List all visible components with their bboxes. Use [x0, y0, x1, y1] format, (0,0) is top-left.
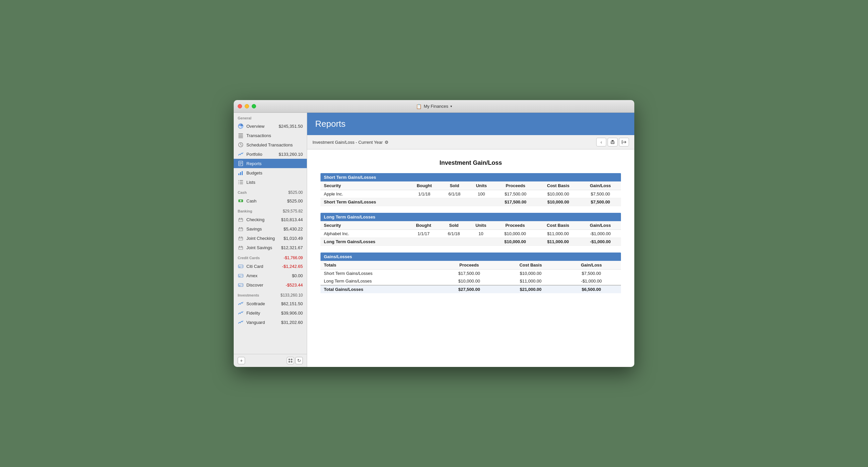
traffic-lights: [238, 104, 256, 108]
report-body: Investment Gain/Loss Short Term Gains/Lo…: [307, 149, 634, 367]
svg-rect-17: [238, 182, 239, 182]
joint-checking-label: Joint Checking: [246, 236, 281, 241]
sidebar-item-scottrade[interactable]: Scottrade $62,151.50: [234, 299, 307, 308]
sidebar-item-vanguard[interactable]: Vanguard $31,202.60: [234, 318, 307, 327]
sum-short-label: Short Term Gains/Losses: [320, 269, 439, 277]
report-settings-icon[interactable]: ⚙: [384, 140, 389, 145]
short-term-table: Security Bought Sold Units Proceeds Cost…: [320, 181, 621, 206]
sidebar-item-reports[interactable]: Reports: [234, 159, 307, 168]
sum-col-cost: Cost Basis: [499, 261, 561, 269]
cash-label: Cash: [246, 198, 284, 203]
zoom-button[interactable]: [252, 104, 256, 108]
cell-cost-lt: $11,000.00: [536, 230, 580, 238]
refresh-button[interactable]: ↻: [296, 357, 303, 364]
overview-amount: $245,351.50: [279, 124, 303, 129]
col-proceeds: Proceeds: [494, 181, 536, 190]
sum-col-gain: Gain/Loss: [562, 261, 621, 269]
sidebar-item-portfolio[interactable]: Portfolio $133,260.10: [234, 149, 307, 159]
sum-col-proceeds: Proceeds: [439, 261, 499, 269]
total-cost: $21,000.00: [499, 285, 561, 293]
title-text: My Finances: [424, 104, 448, 109]
scheduled-label: Scheduled Transactions: [246, 142, 300, 147]
transactions-icon: [238, 132, 244, 138]
cell-sold-lt: 6/1/18: [440, 230, 468, 238]
lists-label: Lists: [246, 180, 300, 185]
sidebar-item-checking[interactable]: Checking $10,813.44: [234, 215, 307, 224]
general-label: General: [238, 116, 251, 120]
table-row: Alphabet Inc. 1/1/17 6/1/18 10 $10,000.0…: [320, 230, 621, 238]
sidebar-item-cash[interactable]: Cash $525.00: [234, 196, 307, 205]
lt-subtotal-gain: -$1,000.00: [580, 238, 621, 246]
citi-icon: [238, 263, 244, 269]
banking-section-amount: $29,575.82: [283, 209, 303, 213]
sidebar-item-joint-savings[interactable]: Joint Savings $12,321.67: [234, 243, 307, 252]
svg-rect-15: [238, 180, 239, 181]
discover-icon: [238, 282, 244, 288]
sidebar-item-fidelity[interactable]: Fidelity $39,906.00: [234, 308, 307, 318]
fidelity-amount: $39,906.00: [281, 310, 303, 315]
budgets-label: Budgets: [246, 170, 300, 175]
col-units: Units: [468, 181, 494, 190]
col-cost-basis: Cost Basis: [536, 181, 580, 190]
sidebar-item-lists[interactable]: Lists: [234, 177, 307, 187]
short-term-subtotal: Short Term Gains/Losses $17,500.00 $10,0…: [320, 198, 621, 206]
vanguard-icon: [238, 319, 244, 325]
cash-icon: [238, 198, 244, 204]
svg-rect-41: [239, 267, 240, 268]
svg-rect-24: [239, 218, 240, 219]
sidebar-item-savings[interactable]: Savings $5,430.22: [234, 224, 307, 234]
sum-long-proceeds: $10,000.00: [439, 277, 499, 285]
lists-icon: [238, 179, 244, 185]
total-proceeds: $27,500.00: [439, 285, 499, 293]
svg-rect-33: [241, 236, 242, 238]
sidebar-item-transactions[interactable]: Transactions: [234, 131, 307, 140]
vanguard-label: Vanguard: [246, 320, 278, 325]
sidebar-item-budgets[interactable]: Budgets: [234, 168, 307, 177]
lt-subtotal-label: Long Term Gains/Losses: [320, 238, 407, 246]
svg-rect-3: [238, 136, 243, 137]
svg-rect-19: [238, 184, 239, 184]
lt-subtotal-units: [468, 238, 494, 246]
svg-rect-54: [612, 142, 614, 143]
total-row: Total Gains/Losses $27,500.00 $21,000.00…: [320, 285, 621, 293]
view-options-button[interactable]: [287, 357, 294, 364]
back-button[interactable]: ‹: [596, 138, 606, 146]
subtotal-sold: [441, 198, 468, 206]
export-button[interactable]: [619, 138, 629, 146]
checking-amount: $10,813.44: [281, 217, 303, 222]
col-bought: Bought: [408, 181, 440, 190]
sidebar-item-scheduled[interactable]: Scheduled Transactions: [234, 140, 307, 149]
svg-rect-40: [238, 266, 243, 267]
savings-amount: $5,430.22: [283, 227, 303, 232]
cell-bought-lt: 1/1/17: [407, 230, 440, 238]
close-button[interactable]: [238, 104, 242, 108]
svg-rect-13: [240, 172, 241, 175]
budgets-icon: [238, 170, 244, 176]
minimize-button[interactable]: [245, 104, 249, 108]
cell-proceeds: $17,500.00: [494, 190, 536, 198]
report-actions: ‹: [596, 138, 629, 146]
short-term-section: Short Term Gains/Losses Security Bought …: [320, 173, 621, 206]
long-term-subtotal: Long Term Gains/Losses $10,000.00 $11,00…: [320, 238, 621, 246]
svg-rect-51: [291, 361, 292, 363]
app-window: 📋 My Finances ▾ General Ove: [234, 100, 634, 367]
portfolio-icon: [238, 151, 244, 157]
add-account-button[interactable]: +: [238, 357, 245, 364]
svg-rect-37: [241, 246, 242, 247]
cash-section-amount: $525.00: [288, 190, 303, 195]
window-title: 📋 My Finances ▾: [416, 104, 452, 109]
lt-subtotal-cost: $11,000.00: [536, 238, 580, 246]
report-name-text: Investment Gain/Loss - Current Year: [312, 140, 382, 145]
print-button[interactable]: [608, 138, 618, 146]
sidebar-item-amex[interactable]: Amex $0.00: [234, 271, 307, 280]
sidebar-item-discover[interactable]: Discover -$523.44: [234, 280, 307, 290]
sidebar-item-overview[interactable]: Overview $245,351.50: [234, 122, 307, 131]
sidebar-item-joint-checking[interactable]: Joint Checking $1,010.49: [234, 234, 307, 243]
vanguard-amount: $31,202.60: [281, 320, 303, 325]
sidebar-item-citi[interactable]: Citi Card -$1,242.65: [234, 262, 307, 271]
title-bar: 📋 My Finances ▾: [234, 100, 634, 113]
scottrade-icon: [238, 301, 244, 306]
summary-row-short: Short Term Gains/Losses $17,500.00 $10,0…: [320, 269, 621, 277]
svg-rect-18: [240, 182, 243, 182]
amex-label: Amex: [246, 273, 289, 278]
